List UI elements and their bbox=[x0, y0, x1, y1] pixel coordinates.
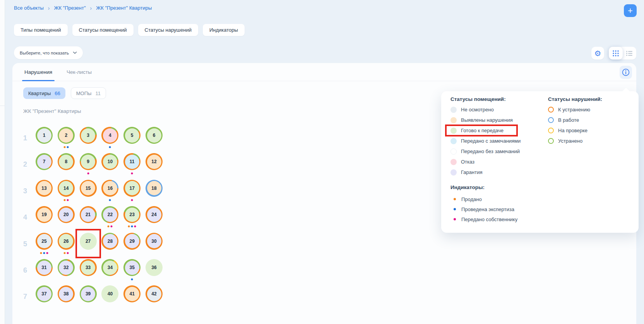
unit-circle-8[interactable]: 8 bbox=[58, 153, 75, 170]
unit-circle-29[interactable]: 29 bbox=[123, 233, 140, 250]
unit-circle-13[interactable]: 13 bbox=[36, 180, 53, 197]
unit-circle-33[interactable]: 33 bbox=[80, 259, 97, 276]
legend-violation-statuses: Статусы нарушений: К устранениюВ работеН… bbox=[548, 96, 602, 146]
unit-circle-19[interactable]: 19 bbox=[36, 206, 53, 223]
display-filter-dropdown[interactable]: Выберите, что показать bbox=[14, 46, 83, 59]
unit-circle-39[interactable]: 39 bbox=[80, 285, 97, 302]
pill-apartments[interactable]: Квартиры 66 bbox=[23, 87, 65, 99]
unit-cell-19: 19 bbox=[36, 206, 53, 223]
indicator-dot bbox=[67, 199, 69, 201]
unit-circle-2[interactable]: 2 bbox=[58, 127, 75, 144]
floor-label: 6 bbox=[23, 266, 27, 275]
unit-circle-41[interactable]: 41 bbox=[123, 285, 140, 302]
unit-number: 33 bbox=[81, 261, 95, 275]
indicator-dot bbox=[67, 252, 69, 254]
unit-circle-1[interactable]: 1 bbox=[36, 127, 53, 144]
unit-number: 29 bbox=[125, 234, 139, 248]
unit-circle-9[interactable]: 9 bbox=[80, 153, 97, 170]
unit-number: 35 bbox=[125, 261, 139, 275]
unit-circle-28[interactable]: 28 bbox=[101, 233, 118, 250]
legend-item-violation-status: Устранено bbox=[548, 136, 602, 146]
pill-mops-count: 11 bbox=[95, 90, 101, 96]
unit-circle-37[interactable]: 37 bbox=[36, 285, 53, 302]
unit-circle-36[interactable]: 36 bbox=[146, 259, 163, 276]
floor-label: 2 bbox=[23, 160, 27, 169]
filter-chip-violation-statuses[interactable]: Статусы нарушений bbox=[138, 24, 198, 36]
unit-cell-25: 25 bbox=[36, 233, 53, 250]
unit-circle-35[interactable]: 35 bbox=[123, 259, 140, 276]
unit-circle-6[interactable]: 6 bbox=[146, 127, 163, 144]
legend-item-indicator: Передано собственнику bbox=[450, 214, 517, 224]
unit-cell-27: 27 bbox=[80, 233, 97, 250]
unit-cell-15: 15 bbox=[80, 180, 97, 197]
unit-circle-26[interactable]: 26 bbox=[58, 233, 75, 250]
filter-chip-room-types[interactable]: Типы помещений bbox=[14, 24, 68, 36]
legend-item-violation-status: В работе bbox=[548, 115, 602, 125]
breadcrumb-item-project[interactable]: ЖК "Презент" bbox=[54, 5, 86, 11]
legend-item-label: Передано собственнику bbox=[461, 217, 517, 222]
unit-cell-24: 24 bbox=[146, 206, 163, 223]
unit-number: 16 bbox=[103, 181, 117, 195]
unit-circle-22[interactable]: 22 bbox=[101, 206, 118, 223]
unit-circle-10[interactable]: 10 bbox=[101, 153, 118, 170]
unit-indicator-dots bbox=[108, 225, 113, 227]
unit-circle-21[interactable]: 21 bbox=[80, 206, 97, 223]
unit-circle-23[interactable]: 23 bbox=[123, 206, 140, 223]
unit-number: 28 bbox=[103, 234, 117, 248]
floor-label: 5 bbox=[23, 240, 27, 248]
settings-button[interactable]: ⚙ bbox=[591, 47, 604, 60]
unit-circle-32[interactable]: 32 bbox=[58, 259, 75, 276]
add-button[interactable]: + bbox=[624, 4, 637, 17]
floor-row-5: 5252627282930 bbox=[12, 233, 214, 250]
violation-status-swatch bbox=[548, 117, 554, 123]
unit-circle-17[interactable]: 17 bbox=[123, 180, 140, 197]
unit-indicator-dots bbox=[63, 199, 69, 201]
unit-indicator-dots bbox=[131, 172, 133, 174]
unit-indicator-dots bbox=[87, 172, 89, 174]
pill-mops[interactable]: МОПы 11 bbox=[71, 87, 106, 99]
unit-circle-7[interactable]: 7 bbox=[36, 153, 53, 170]
unit-cell-1: 1 bbox=[36, 127, 53, 144]
tab-violations[interactable]: Нарушения bbox=[24, 63, 52, 81]
unit-circle-4[interactable]: 4 bbox=[101, 127, 118, 144]
list-view-button[interactable] bbox=[623, 47, 637, 60]
unit-circle-31[interactable]: 31 bbox=[36, 259, 53, 276]
breadcrumb-item-apartments[interactable]: ЖК "Презент" Квартиры bbox=[96, 5, 152, 11]
unit-number: 31 bbox=[37, 261, 51, 275]
unit-circle-16[interactable]: 16 bbox=[101, 180, 118, 197]
view-mode-toggle bbox=[609, 47, 636, 60]
indicator-dot bbox=[67, 146, 69, 148]
grid-view-button[interactable] bbox=[609, 47, 623, 60]
unit-number: 11 bbox=[125, 155, 139, 169]
unit-circle-30[interactable]: 30 bbox=[146, 233, 163, 250]
info-button[interactable] bbox=[620, 66, 632, 79]
unit-circle-3[interactable]: 3 bbox=[80, 127, 97, 144]
filter-chip-room-statuses[interactable]: Статусы помещений bbox=[72, 24, 134, 36]
unit-circle-38[interactable]: 38 bbox=[58, 285, 75, 302]
unit-circle-12[interactable]: 12 bbox=[146, 153, 163, 170]
floor-row-4: 4192021222324 bbox=[12, 206, 214, 223]
unit-circle-5[interactable]: 5 bbox=[123, 127, 140, 144]
indicator-dot bbox=[134, 225, 136, 227]
breadcrumb-item-all-objects[interactable]: Все объекты bbox=[14, 5, 44, 11]
unit-cell-39: 39 bbox=[80, 285, 97, 302]
floor-label: 7 bbox=[23, 293, 27, 301]
unit-circle-24[interactable]: 24 bbox=[146, 206, 163, 223]
unit-cell-5: 5 bbox=[123, 127, 140, 144]
unit-circle-42[interactable]: 42 bbox=[146, 285, 163, 302]
unit-circle-25[interactable]: 25 bbox=[36, 233, 53, 250]
unit-circle-34[interactable]: 34 bbox=[101, 259, 118, 276]
legend-item-label: В работе bbox=[558, 117, 579, 123]
unit-number: 10 bbox=[103, 155, 117, 169]
unit-circle-20[interactable]: 20 bbox=[58, 206, 75, 223]
unit-number: 41 bbox=[125, 287, 139, 301]
unit-circle-14[interactable]: 14 bbox=[58, 180, 75, 197]
unit-cell-34: 34 bbox=[101, 259, 118, 276]
unit-circle-11[interactable]: 11 bbox=[123, 153, 140, 170]
unit-circle-18[interactable]: 18 bbox=[146, 180, 163, 197]
filter-chip-indicators[interactable]: Индикаторы bbox=[203, 24, 245, 36]
unit-circle-40[interactable]: 40 bbox=[101, 285, 118, 302]
unit-circle-15[interactable]: 15 bbox=[80, 180, 97, 197]
tab-checklists[interactable]: Чек-листы bbox=[67, 63, 92, 81]
floor-label: 3 bbox=[23, 187, 27, 195]
